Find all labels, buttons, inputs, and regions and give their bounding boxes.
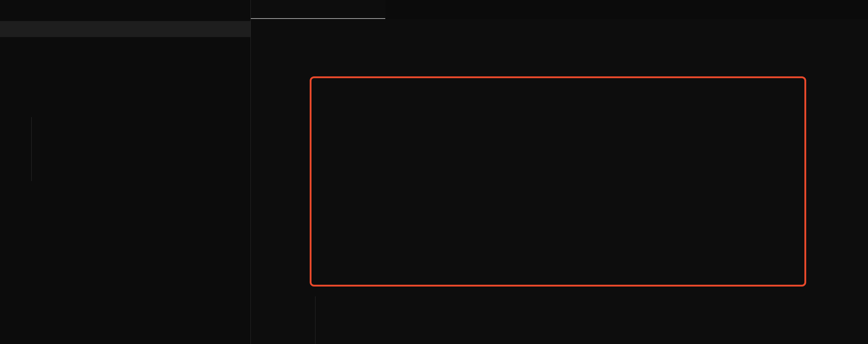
tree-indent-guide <box>31 117 32 181</box>
explorer-sidebar <box>0 0 251 344</box>
code-editor[interactable] <box>251 37 868 344</box>
permissions-highlight-box <box>310 76 806 287</box>
codelens-annotation[interactable] <box>251 37 868 48</box>
breadcrumb <box>251 19 868 37</box>
section-header-basic-demo[interactable] <box>0 21 250 37</box>
editor-indent-guide <box>315 296 316 344</box>
explorer-header <box>0 0 250 21</box>
editor-area <box>251 0 868 344</box>
tab-androidmanifest[interactable] <box>251 0 385 19</box>
tab-bar <box>251 0 868 19</box>
vscode-window <box>0 0 868 344</box>
